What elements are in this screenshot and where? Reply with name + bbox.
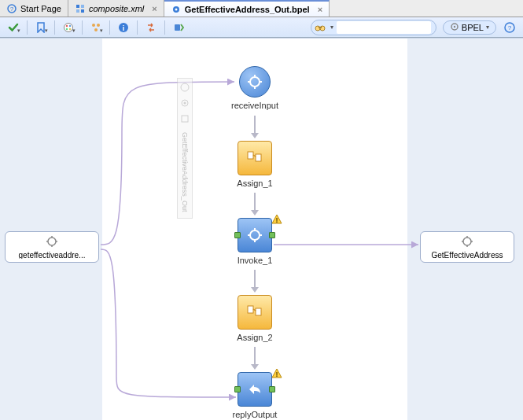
flow-arrow <box>215 193 294 216</box>
editor-toolbar: ▾ ▾ ▾ ▾ i ▾ BPEL ▾ ? <box>0 17 523 38</box>
validate-button[interactable]: ▾ <box>5 20 22 35</box>
info-button[interactable]: i <box>115 20 132 35</box>
tab-bpel-file[interactable]: GetEffectiveAddress_Out.bpel × <box>164 0 330 17</box>
svg-point-9 <box>66 24 68 26</box>
svg-point-10 <box>69 24 71 26</box>
receive-icon <box>239 66 271 98</box>
svg-text:?: ? <box>508 24 512 31</box>
partner-link-label: GetEffectiveAddress <box>424 251 510 259</box>
tab-composite[interactable]: composite.xml × <box>68 0 164 17</box>
node-label: receiveInput <box>231 101 278 110</box>
gear-icon <box>450 22 459 33</box>
svg-text:!: ! <box>276 370 278 378</box>
gear-icon[interactable] <box>179 98 190 109</box>
svg-point-30 <box>48 238 56 245</box>
close-icon[interactable]: × <box>318 5 322 14</box>
node-label: Assign_2 <box>237 333 272 342</box>
chevron-down-icon: ▾ <box>72 28 76 34</box>
search-input[interactable] <box>337 21 431 34</box>
node-label: Assign_1 <box>237 179 272 188</box>
toolbar-separator <box>164 20 165 35</box>
gear-icon <box>461 235 473 249</box>
flow-arrow <box>215 270 294 293</box>
xml-icon <box>75 3 86 14</box>
toolbar-separator <box>54 20 55 35</box>
gear-icon <box>46 235 58 249</box>
tab-label: GetEffectiveAddress_Out.bpel <box>185 5 310 14</box>
svg-text:?: ? <box>10 6 14 13</box>
view-mode-dropdown[interactable]: BPEL ▾ <box>443 20 496 35</box>
binoculars-icon[interactable] <box>313 21 327 34</box>
toolbar-separator <box>137 20 138 35</box>
svg-rect-3 <box>81 5 84 8</box>
svg-point-23 <box>454 25 455 27</box>
reply-icon: ! <box>238 372 272 407</box>
help-icon: ? <box>6 3 17 14</box>
svg-rect-5 <box>81 9 84 13</box>
svg-rect-53 <box>248 306 253 313</box>
flow-arrow <box>215 347 294 370</box>
svg-point-12 <box>69 28 71 29</box>
connector-handle[interactable] <box>269 232 275 238</box>
partner-link-left[interactable]: geteffectiveaddre... <box>5 231 99 263</box>
variable-icon[interactable] <box>179 113 190 124</box>
svg-rect-29 <box>182 116 188 122</box>
svg-point-28 <box>184 102 186 105</box>
search-wrap: ▾ <box>311 20 436 35</box>
invoke-icon: ! <box>238 218 272 252</box>
node-label: replyOutput <box>233 410 278 419</box>
svg-point-35 <box>463 238 471 245</box>
warning-icon: ! <box>271 214 282 225</box>
warning-icon: ! <box>271 368 282 379</box>
svg-point-26 <box>181 83 189 91</box>
reply-node[interactable]: ! replyOutput <box>215 372 294 419</box>
svg-point-11 <box>66 28 68 29</box>
chevron-down-icon: ▾ <box>486 24 489 31</box>
svg-point-14 <box>97 24 100 27</box>
chevron-down-icon[interactable]: ▾ <box>330 24 333 31</box>
tab-start-page[interactable]: ? Start Page <box>0 0 68 17</box>
close-icon[interactable]: × <box>152 4 157 13</box>
bookmark-button[interactable]: ▾ <box>32 20 50 35</box>
toolbar-separator <box>27 20 28 35</box>
svg-text:!: ! <box>276 216 278 224</box>
node-label: Invoke_1 <box>238 256 273 265</box>
connector-handle[interactable] <box>269 386 275 392</box>
svg-text:i: i <box>123 24 125 31</box>
svg-point-15 <box>94 28 98 31</box>
chevron-down-icon: ▾ <box>17 28 20 34</box>
assign-icon <box>238 141 272 175</box>
svg-rect-54 <box>256 308 261 315</box>
partner-link-icon[interactable] <box>179 82 190 93</box>
connector-handle[interactable] <box>234 232 241 238</box>
svg-rect-18 <box>175 24 180 31</box>
view-mode-label: BPEL <box>462 23 484 32</box>
swap-button[interactable] <box>142 20 160 35</box>
help-button[interactable]: ? <box>501 20 518 35</box>
flow-arrow <box>215 116 294 138</box>
chevron-down-icon: ▾ <box>45 28 48 34</box>
deploy-button[interactable] <box>170 20 187 35</box>
svg-rect-45 <box>248 152 253 159</box>
toolbar-separator <box>82 20 83 35</box>
bpel-canvas[interactable]: GetEffectiveAddress_Out geteffectiveaddr… <box>0 38 523 420</box>
invoke-node[interactable]: ! Invoke_1 <box>215 218 294 265</box>
svg-rect-4 <box>76 9 79 13</box>
connector-handle[interactable] <box>234 386 241 392</box>
svg-point-47 <box>250 230 260 240</box>
svg-rect-21 <box>319 27 322 28</box>
process-caption: GetEffectiveAddress_Out <box>181 129 189 215</box>
tab-label: composite.xml <box>89 4 144 13</box>
assign-node[interactable]: Assign_1 <box>215 141 294 188</box>
vertical-palette[interactable]: GetEffectiveAddress_Out <box>177 78 193 219</box>
svg-point-40 <box>250 77 260 87</box>
receive-node[interactable]: receiveInput <box>215 66 294 110</box>
partner-link-right[interactable]: GetEffectiveAddress <box>420 231 514 263</box>
toolbar-separator <box>109 20 110 35</box>
assign-node[interactable]: Assign_2 <box>215 295 294 342</box>
layout-button[interactable]: ▾ <box>87 20 105 35</box>
palette-button[interactable]: ▾ <box>60 20 77 35</box>
svg-point-13 <box>92 24 95 27</box>
assign-icon <box>238 295 272 330</box>
tab-label: Start Page <box>20 4 61 13</box>
